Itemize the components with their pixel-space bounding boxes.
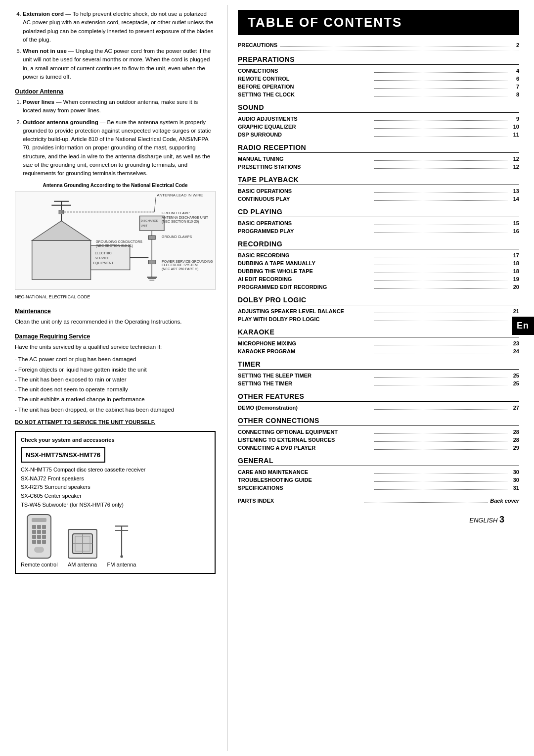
toc-section: DOLBY PRO LOGICADJUSTING SPEAKER LEVEL B… [238, 296, 519, 323]
model-number: NSX-HMT75/NSX-HMT76 [21, 447, 105, 463]
antenna-svg: ANTENNA LEAD IN WIRE DISCHARGE UNIT ELEC… [15, 191, 215, 289]
toc-item-dots [374, 377, 508, 378]
toc-section: SOUNDAUDIO ADJUSTMENTS9GRAPHIC EQUALIZER… [238, 103, 519, 139]
toc-item-page: 14 [509, 196, 519, 202]
service-warning: DO NOT ATTEMPT TO SERVICE THE UNIT YOURS… [15, 418, 216, 426]
damage-list: The AC power cord or plug has been damag… [15, 355, 216, 414]
toc-item: CONNECTING OPTIONAL EQUIPMENT28 [238, 428, 519, 436]
toc-section: CD PLAYINGBASIC OPERATIONS15PROGRAMMED P… [238, 208, 519, 235]
english-footer: ENGLISH 3 [238, 515, 519, 525]
svg-point-39 [120, 555, 123, 558]
svg-text:ELECTRIC: ELECTRIC [94, 251, 111, 255]
list-item: The unit has been exposed to rain or wat… [15, 376, 216, 384]
outdoor-antenna-heading: Outdoor Antenna [15, 87, 216, 96]
toc-item: AUDIO ADJUSTMENTS9 [238, 115, 519, 123]
svg-text:EQUIPMENT: EQUIPMENT [93, 261, 114, 265]
toc-item-page: 23 [509, 340, 519, 346]
toc-item: PROGRAMMED PLAY16 [238, 227, 519, 235]
toc-item: DSP SURROUND11 [238, 131, 519, 139]
toc-item-dots [374, 265, 508, 265]
toc-item-page: 18 [509, 268, 519, 274]
toc-item: PRESETTING STATIONS12 [238, 163, 519, 171]
toc-item-label: TROUBLESHOOTING GUIDE [238, 477, 372, 483]
damage-service-heading: Damage Requiring Service [15, 332, 216, 341]
svg-text:POWER SERVICE GROUNDING: POWER SERVICE GROUNDING [162, 260, 213, 263]
toc-item-page: 9 [509, 116, 519, 122]
svg-rect-13 [148, 236, 155, 239]
toc-item-page: 16 [509, 228, 519, 234]
fm-antenna-label: FM antenna [107, 561, 136, 569]
toc-item-label: BASIC OPERATIONS [238, 188, 372, 194]
svg-rect-14 [148, 260, 155, 264]
toc-item: DEMO (Demonstration)27 [238, 404, 519, 412]
toc-item-dots [374, 200, 508, 201]
toc-section: TIMERSETTING THE SLEEP TIMER25SETTING TH… [238, 360, 519, 387]
toc-section-title: GENERAL [238, 457, 519, 466]
list-item: Power lines — When connecting an outdoor… [23, 98, 216, 115]
toc-item: MICROPHONE MIXING23 [238, 339, 519, 347]
outdoor-antenna-list: Power lines — When connecting an outdoor… [15, 98, 216, 178]
toc-item: CARE AND MAINTENANCE30 [238, 468, 519, 476]
toc-item-page: 31 [509, 485, 519, 491]
toc-item-page: 28 [509, 429, 519, 435]
toc-item-dots [374, 72, 508, 73]
toc-item: DUBBING A TAPE MANUALLY18 [238, 259, 519, 267]
list-item: Foreign objects or liquid have gotten in… [15, 366, 216, 374]
toc-item-dots [374, 353, 508, 353]
toc-item: CONNECTIONS4 [238, 67, 519, 75]
am-antenna-label: AM antenna [68, 561, 97, 569]
toc-item-page: 17 [509, 252, 519, 258]
toc-item-dots [374, 313, 508, 313]
toc-item-page: 19 [509, 276, 519, 282]
am-antenna-icon [68, 529, 97, 559]
toc-item: SETTING THE CLOCK8 [238, 91, 519, 98]
toc-item: BEFORE OPERATION7 [238, 83, 519, 91]
toc-item-dots [374, 233, 508, 233]
toc-item: REMOTE CONTROL6 [238, 75, 519, 83]
accessories-icons: Remote control AM antenna [21, 514, 210, 569]
left-column: Extension cord — To help prevent electri… [0, 0, 227, 756]
damage-intro: Have the units serviced by a qualified s… [15, 343, 216, 351]
toc-item-label: PRESETTING STATIONS [238, 164, 372, 170]
am-antenna-item: AM antenna [68, 529, 97, 569]
toc-item-page: 13 [509, 188, 519, 194]
list-item: Outdoor antenna grounding — Be sure the … [23, 118, 216, 178]
precaution-list: Extension cord — To help prevent electri… [15, 10, 216, 81]
toc-sections: PREPARATIONSCONNECTIONS4REMOTE CONTROL6B… [238, 55, 519, 505]
toc-section: PARTS INDEXBack cover [238, 497, 519, 505]
toc-item-dots [374, 128, 508, 129]
accessories-box: Check your system and accessories NSX-HM… [15, 431, 216, 573]
toc-item-label: DEMO (Demonstration) [238, 405, 372, 411]
toc-section-title: SOUND [238, 103, 519, 113]
toc-item-page: Back cover [490, 498, 519, 504]
toc-item-page: 18 [509, 260, 519, 266]
toc-section: OTHER CONNECTIONSCONNECTING OPTIONAL EQU… [238, 417, 519, 452]
toc-item-page: 15 [509, 220, 519, 226]
svg-text:ANTENNA DISCHARGE UNIT: ANTENNA DISCHARGE UNIT [162, 216, 209, 220]
toc-section: TAPE PLAYBACKBASIC OPERATIONS13CONTINUOU… [238, 176, 519, 203]
toc-item: CONNECTING A DVD PLAYER29 [238, 444, 519, 452]
toc-section-title: PREPARATIONS [238, 55, 519, 65]
toc-section-title: RADIO RECEPTION [238, 143, 519, 153]
toc-item-label: AUDIO ADJUSTMENTS [238, 116, 372, 122]
toc-item: ADJUSTING SPEAKER LEVEL BALANCE21 [238, 307, 519, 315]
antenna-diagram: ANTENNA LEAD IN WIRE DISCHARGE UNIT ELEC… [15, 191, 216, 290]
toc-item-dots [374, 192, 508, 193]
svg-marker-1 [32, 221, 91, 241]
toc-item-label: MICROPHONE MIXING [238, 340, 372, 346]
toc-item-page: 12 [509, 156, 519, 162]
toc-section-title: OTHER CONNECTIONS [238, 417, 519, 426]
toc-item-page: 25 [509, 380, 519, 386]
toc-item-dots [374, 489, 508, 490]
toc-item-label: CONNECTING OPTIONAL EQUIPMENT [238, 429, 372, 435]
toc-item-label: SETTING THE SLEEP TIMER [238, 373, 372, 378]
svg-text:ANTENNA LEAD IN WIRE: ANTENNA LEAD IN WIRE [157, 193, 203, 197]
toc-title: TABLE OF CONTENTS [238, 10, 519, 35]
item-bold: Outdoor antenna grounding [23, 119, 98, 125]
toc-item-dots [374, 225, 508, 225]
right-column: TABLE OF CONTENTS PRECAUTIONS 2 PREPARAT… [228, 0, 534, 756]
toc-item-page: 8 [509, 92, 519, 97]
toc-item-page: 12 [509, 164, 519, 170]
toc-item-label: CONTINUOUS PLAY [238, 196, 372, 202]
svg-line-8 [154, 197, 156, 212]
